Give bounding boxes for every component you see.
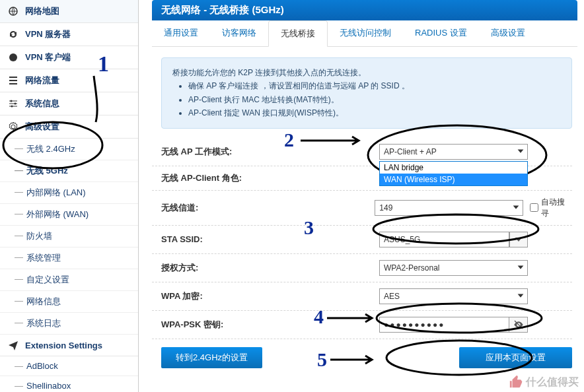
sidebar: 网络地图 VPN 服务器 VPN 客户端 网络流量 系统信息 高级设置 无线 2… (0, 0, 139, 392)
input-ssid[interactable] (379, 232, 509, 247)
tab-bridge[interactable]: 无线桥接 (268, 20, 328, 47)
nav-advanced[interactable]: 高级设置 (0, 115, 138, 139)
svg-point-4 (11, 106, 13, 108)
row-channel: 无线信道: 自动搜寻 (152, 191, 572, 226)
select-role-open[interactable]: LAN bridge WAN (Wireless ISP) (379, 161, 528, 186)
info-intro: 桥接功能允许您的 K2P 连接到其他接入点的无线连接。 (172, 66, 561, 79)
nav-label: 网络流量 (25, 75, 59, 86)
eye-icon (513, 319, 524, 330)
label-role: 无线 AP-Client 角色: (161, 172, 379, 184)
toggle-password-button[interactable] (509, 317, 528, 333)
globe-icon (8, 6, 18, 16)
list-icon (8, 75, 18, 86)
label-ssid: STA SSID: (161, 234, 379, 244)
chevron-down-icon (513, 234, 524, 245)
tabs: 通用设置 访客网络 无线桥接 无线访问控制 RADIUS 设置 高级设置 (152, 20, 577, 47)
row-wpaenc: WPA 加密: (152, 282, 572, 311)
globe-solid-icon (8, 52, 18, 63)
role-option-lan[interactable]: LAN bridge (380, 162, 527, 174)
role-option-wan[interactable]: WAN (Wireless ISP) (380, 174, 527, 185)
info-bullet: AP-Client 执行 MAC 地址转换(MAT特性)。 (188, 93, 561, 106)
nav-sysinfo[interactable]: 系统信息 (0, 92, 138, 115)
label-channel: 无线信道: (161, 202, 375, 214)
sliders-icon (8, 98, 18, 109)
select-auth[interactable] (379, 260, 528, 276)
autosearch-checkbox[interactable] (530, 203, 538, 212)
thumb-icon (509, 375, 523, 389)
row-auth: 授权方式: (152, 254, 572, 282)
info-bullet: 确保 AP 客户端连接 ，请设置相同的信道与远端 AP 的 SSID 。 (188, 79, 561, 92)
nav-label: 网络地图 (25, 5, 59, 17)
tab-guest[interactable]: 访客网络 (210, 20, 268, 46)
nav-traffic[interactable]: 网络流量 (0, 69, 138, 92)
row-role: 无线 AP-Client 角色: LAN bridge WAN (Wireles… (152, 166, 572, 191)
nav-net-map[interactable]: 网络地图 (0, 0, 138, 23)
watermark: 什么值得买 (509, 375, 579, 389)
row-psk: WPA-PSK 密钥: (152, 311, 572, 339)
label-psk: WPA-PSK 密钥: (161, 319, 379, 331)
label-apmode: 无线 AP 工作模式: (161, 146, 379, 158)
nav-label: VPN 服务器 (25, 28, 71, 40)
button-row: 转到2.4GHz的设置 应用本页面设置 (152, 339, 584, 368)
nav-sysmgmt[interactable]: 系统管理 (0, 247, 138, 269)
ssid-dropdown-button[interactable] (509, 232, 528, 247)
nav-label: 高级设置 (25, 121, 59, 133)
svg-point-1 (9, 53, 17, 61)
nav-label: VPN 客户端 (25, 51, 71, 63)
refresh-icon (8, 29, 18, 40)
page-title: 无线网络 - 无线桥接 (5GHz) (152, 0, 577, 20)
select-apmode[interactable] (379, 144, 528, 160)
nav-label: Extension Settings (25, 341, 102, 350)
gear-icon (8, 121, 18, 132)
nav-wan[interactable]: 外部网络 (WAN) (0, 204, 138, 226)
row-ssid: STA SSID: (152, 226, 572, 254)
label-auth: 授权方式: (161, 262, 379, 274)
nav-custom[interactable]: 自定义设置 (0, 269, 138, 291)
nav-adblock[interactable]: AdBlock (0, 356, 138, 376)
plane-icon (8, 340, 18, 350)
tab-general[interactable]: 通用设置 (152, 20, 210, 46)
info-bullet: AP-Client 指定 WAN 接口规则(WISP特性)。 (188, 106, 561, 119)
nav-wifi24[interactable]: 无线 2.4GHz (0, 139, 138, 160)
nav-extension[interactable]: Extension Settings (0, 335, 138, 356)
input-psk[interactable] (379, 317, 509, 333)
apply-button[interactable]: 应用本页面设置 (459, 347, 572, 368)
tab-radius[interactable]: RADIUS 设置 (403, 20, 479, 46)
select-wpaenc[interactable] (379, 288, 528, 304)
svg-point-2 (11, 100, 13, 102)
autosearch-label: 自动搜寻 (541, 197, 572, 219)
select-channel[interactable] (375, 200, 523, 216)
autosearch[interactable]: 自动搜寻 (530, 197, 572, 219)
nav-firewall[interactable]: 防火墙 (0, 226, 138, 247)
nav-label: 系统信息 (25, 98, 59, 110)
nav-wifi5[interactable]: 无线 5GHz (0, 160, 138, 182)
goto-24ghz-button[interactable]: 转到2.4GHz的设置 (161, 347, 262, 368)
tab-advanced[interactable]: 高级设置 (479, 20, 537, 46)
nav-syslog[interactable]: 系统日志 (0, 313, 138, 335)
nav-vpn-client[interactable]: VPN 客户端 (0, 46, 138, 69)
label-wpaenc: WPA 加密: (161, 290, 379, 302)
main-panel: 无线网络 - 无线桥接 (5GHz) 通用设置 访客网络 无线桥接 无线访问控制… (139, 0, 584, 392)
svg-point-3 (15, 103, 17, 105)
info-box: 桥接功能允许您的 K2P 连接到其他接入点的无线连接。 确保 AP 客户端连接 … (161, 57, 572, 129)
nav-vpn-server[interactable]: VPN 服务器 (0, 23, 138, 46)
tab-access[interactable]: 无线访问控制 (328, 20, 403, 46)
nav-lan[interactable]: 内部网络 (LAN) (0, 182, 138, 204)
nav-netinfo[interactable]: 网络信息 (0, 291, 138, 313)
nav-shellinabox[interactable]: Shellinabox (0, 376, 138, 392)
